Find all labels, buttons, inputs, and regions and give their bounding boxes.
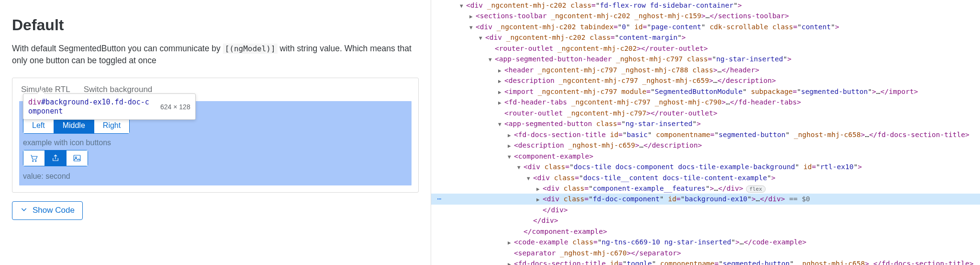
example-value: value: second bbox=[23, 172, 408, 181]
seg-btn-share[interactable] bbox=[45, 150, 67, 166]
dom-tree-node[interactable]: ▶<import _ngcontent-mhj-c797 module="Seg… bbox=[431, 86, 980, 97]
dom-tree-node[interactable]: <router-outlet _ngcontent-mhj-c797></rou… bbox=[431, 108, 980, 118]
desc-code: [(ngModel)] bbox=[223, 44, 278, 54]
simulate-rtl-link[interactable]: Simulate RTL bbox=[21, 85, 70, 94]
dom-tree-node[interactable]: ▼<app-segmented-button class="ng-star-in… bbox=[431, 118, 980, 129]
dom-tree-node[interactable]: ▶<sections-toolbar _ngcontent-mhj-c202 _… bbox=[431, 11, 980, 21]
dom-tree-node[interactable]: ▼<component-example> bbox=[431, 151, 980, 161]
example-label-icons: example with icon buttons bbox=[23, 138, 408, 147]
tooltip-id: #background-ex10 bbox=[41, 98, 111, 106]
share-icon bbox=[51, 154, 60, 162]
dom-tree-node[interactable]: </div> bbox=[431, 215, 980, 226]
dom-tree-node[interactable]: ▶<description _nghost-mhj-c659>…</descri… bbox=[431, 140, 980, 150]
dom-tree-node[interactable]: ▶<header _ngcontent-mhj-c797 _nghost-mhj… bbox=[431, 65, 980, 75]
page-title: Default bbox=[12, 16, 419, 34]
seg-btn-cart[interactable] bbox=[23, 150, 45, 166]
tooltip-tag: div bbox=[28, 98, 41, 106]
dom-tree-node[interactable]: ▶<fd-header-tabs _ngcontent-mhj-c797 _ng… bbox=[431, 97, 980, 107]
dom-tree-node[interactable]: ▶<fd-docs-section-title id="toggle" comp… bbox=[431, 258, 980, 265]
switch-background-link[interactable]: Switch background bbox=[84, 85, 153, 94]
inspector-tooltip: div#background-ex10.fd-doc-component 624… bbox=[23, 93, 196, 120]
svg-point-1 bbox=[35, 161, 36, 161]
dom-tree-node[interactable]: ▼<div class="docs-tile__content docs-til… bbox=[431, 173, 980, 183]
dom-tree-node[interactable]: ▶<div class="component-example__features… bbox=[431, 183, 980, 194]
dom-tree-node[interactable]: ⋯▶<div class="fd-doc-component" id="back… bbox=[431, 194, 980, 204]
dom-tree-node[interactable]: ▶<fd-docs-section-title id="basic" compo… bbox=[431, 129, 980, 140]
dom-tree-node[interactable]: ▼<div _ngcontent-mhj-c202 tabindex="0" i… bbox=[431, 22, 980, 32]
dom-tree-node[interactable]: </component-example> bbox=[431, 226, 980, 237]
image-icon bbox=[73, 154, 81, 162]
desc-text-1: With default SegmentedButton you can com… bbox=[12, 44, 223, 53]
show-code-label: Show Code bbox=[33, 206, 75, 215]
example-tile: Simulate RTL Switch background div#backg… bbox=[12, 78, 419, 193]
page-description: With default SegmentedButton you can com… bbox=[12, 43, 419, 67]
segmented-button-group-icons bbox=[23, 150, 88, 166]
dom-tree-node[interactable]: ▼<div _ngcontent-mhj-c202 class="content… bbox=[431, 32, 980, 43]
dom-tree-node[interactable]: ▶<code-example class="ng-tns-c669-10 ng-… bbox=[431, 237, 980, 247]
dom-tree-node[interactable]: ▼<app-segmented-button-header _nghost-mh… bbox=[431, 54, 980, 64]
dom-tree-node[interactable]: ▼<div class="docs-tile docs-component do… bbox=[431, 161, 980, 172]
tooltip-dimensions: 624 × 128 bbox=[160, 103, 190, 111]
dom-tree-node[interactable]: <router-outlet _ngcontent-mhj-c202></rou… bbox=[431, 43, 980, 54]
dom-tree-node[interactable]: </div> bbox=[431, 205, 980, 215]
chevron-down-icon bbox=[20, 206, 28, 216]
docs-content: Default With default SegmentedButton you… bbox=[0, 0, 431, 265]
dom-tree-node[interactable]: ▶<description _ngcontent-mhj-c797 _nghos… bbox=[431, 75, 980, 86]
svg-rect-2 bbox=[74, 155, 80, 161]
tooltip-selector: div#background-ex10.fd-doc-component bbox=[28, 98, 153, 116]
cart-icon bbox=[30, 154, 38, 162]
dom-tree-node[interactable]: <separator _nghost-mhj-c670></separator> bbox=[431, 248, 980, 258]
devtools-elements-panel[interactable]: ▼<div _ngcontent-mhj-c202 class="fd-flex… bbox=[431, 0, 980, 265]
seg-btn-image[interactable] bbox=[67, 150, 88, 166]
show-code-button[interactable]: Show Code bbox=[12, 201, 83, 220]
svg-point-0 bbox=[33, 161, 33, 161]
dom-tree-node[interactable]: ▼<div _ngcontent-mhj-c202 class="fd-flex… bbox=[431, 0, 980, 11]
